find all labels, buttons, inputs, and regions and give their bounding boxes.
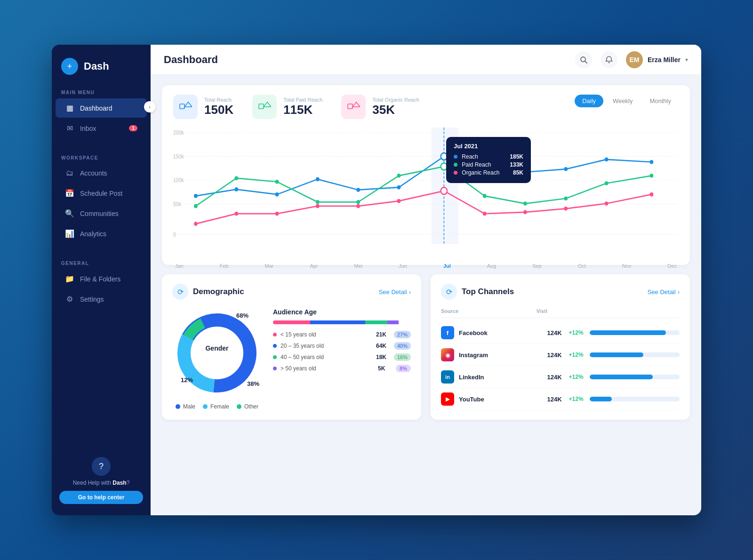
sidebar-item-label: Dashboard <box>80 104 112 112</box>
other-pct-label: 12% <box>181 376 193 384</box>
svg-point-23 <box>316 177 320 182</box>
main-content: Dashboard EM Erza Miller <box>151 45 701 515</box>
sidebar-item-inbox[interactable]: ✉ Inbox 1 <box>56 119 147 138</box>
stat-icon-paid <box>252 95 277 119</box>
youtube-value: 124K <box>547 396 565 403</box>
age-pct-0: 27% <box>394 331 411 338</box>
linkedin-bar <box>590 375 653 379</box>
user-menu[interactable]: EM Erza Miller ▾ <box>626 51 688 68</box>
svg-text:150k: 150k <box>173 153 184 160</box>
age-dot-1 <box>273 344 277 348</box>
sidebar-collapse-button[interactable]: ‹ <box>144 101 155 112</box>
stat-value: 150K <box>204 103 233 117</box>
demographic-title: Demographic <box>193 287 244 296</box>
svg-text:Gender: Gender <box>205 344 229 352</box>
svg-point-52 <box>523 210 527 215</box>
svg-point-37 <box>397 174 401 178</box>
chart-stats-row: Total Reach 150K Total Paid Reach <box>173 95 679 119</box>
logo-icon: + <box>61 58 78 75</box>
bottom-section: ⟳ Demographic See Detail › <box>162 274 690 420</box>
facebook-visit: 124K +12% <box>547 329 680 336</box>
facebook-bar-wrap <box>590 330 680 335</box>
sidebar-item-accounts[interactable]: 🗂 Accounts <box>56 164 147 183</box>
chart-card: Total Reach 150K Total Paid Reach <box>162 85 690 265</box>
sidebar-item-communities[interactable]: 🔍 Communities <box>56 204 147 223</box>
help-button[interactable]: Go to help center <box>59 491 143 504</box>
svg-line-1 <box>585 61 587 63</box>
svg-marker-7 <box>352 102 360 107</box>
period-monthly[interactable]: Monthly <box>642 95 679 107</box>
gender-donut: Gender 68% 38% 12% <box>172 308 262 398</box>
sidebar-item-settings[interactable]: ⚙ Settings <box>56 289 147 309</box>
age-row-1: 20 – 35 years old 64K 40% <box>273 342 411 350</box>
demographic-content: Gender 68% 38% 12% Male <box>172 308 411 410</box>
line-chart: 200k 150k 100k 50k 0 <box>173 128 679 259</box>
search-icon <box>580 56 587 64</box>
age-title: Audience Age <box>273 308 411 316</box>
sidebar-item-schedule[interactable]: 📅 Schedule Post <box>56 184 147 203</box>
youtube-growth: +12% <box>569 396 586 402</box>
period-daily[interactable]: Daily <box>575 95 603 107</box>
bell-icon <box>605 56 613 64</box>
stat-paid-reach: Total Paid Reach 115K <box>252 95 322 119</box>
channels-see-detail[interactable]: See Detail › <box>648 288 680 296</box>
facebook-bar <box>590 330 666 335</box>
facebook-growth: +12% <box>569 329 586 336</box>
instagram-growth: +12% <box>569 352 586 358</box>
channels-table-header: Source Visit <box>441 308 680 318</box>
content-area: Total Reach 150K Total Paid Reach <box>151 75 701 515</box>
svg-point-35 <box>316 200 320 204</box>
topbar-actions: EM Erza Miller ▾ <box>575 51 688 68</box>
age-bar-group <box>273 320 411 324</box>
age-label-1: 20 – 35 years old <box>280 343 372 349</box>
reach-symbol <box>179 100 192 113</box>
col-visit: Visit <box>537 308 680 314</box>
search-button[interactable] <box>575 51 592 68</box>
demographic-see-detail[interactable]: See Detail › <box>379 288 411 296</box>
page-title: Dashboard <box>164 54 575 66</box>
analytics-icon: 📊 <box>65 229 74 238</box>
notifications-button[interactable] <box>601 51 617 68</box>
age-section: Audience Age < 15 years old <box>273 308 411 410</box>
stat-total-reach: Total Reach 150K <box>173 95 233 119</box>
age-bar-2035 <box>310 320 365 324</box>
youtube-bar-wrap <box>590 397 680 401</box>
svg-rect-4 <box>259 104 264 109</box>
svg-point-36 <box>356 200 360 204</box>
svg-point-48 <box>356 204 360 208</box>
stat-icon-reach <box>173 95 198 119</box>
sidebar-item-analytics[interactable]: 📊 Analytics <box>56 224 147 243</box>
age-bar-under15 <box>273 320 310 324</box>
male-dot <box>176 404 180 409</box>
svg-rect-6 <box>348 104 352 109</box>
logo[interactable]: + Dash <box>52 45 151 86</box>
demographic-header: ⟳ Demographic See Detail › <box>172 284 411 300</box>
sidebar-item-label: Communities <box>80 210 119 217</box>
svg-point-54 <box>605 201 609 206</box>
stat-organic-reach: Total Organic Reach 35K <box>341 95 419 119</box>
sidebar-item-dashboard[interactable]: ▦ Dashboard <box>56 98 147 118</box>
svg-rect-18 <box>432 128 459 244</box>
svg-text:200k: 200k <box>173 130 184 136</box>
stat-label: Total Paid Reach <box>283 97 322 103</box>
channel-row-facebook: f Facebook 124K +12% <box>441 322 680 344</box>
avatar: EM <box>626 51 643 68</box>
accounts-icon: 🗂 <box>65 169 74 177</box>
stat-icon-organic <box>341 95 366 119</box>
schedule-icon: 📅 <box>65 189 74 198</box>
period-weekly[interactable]: Weekly <box>605 95 640 107</box>
sidebar-item-files[interactable]: 📁 File & Folders <box>56 269 147 288</box>
svg-text:100k: 100k <box>173 177 184 184</box>
youtube-icon: ▶ <box>441 392 454 406</box>
svg-point-45 <box>234 212 238 216</box>
inbox-icon: ✉ <box>65 124 74 133</box>
top-channels-card: ⟳ Top Channels See Detail › Source Visit <box>431 274 690 420</box>
legend-female: Female <box>203 403 229 410</box>
svg-point-40 <box>523 201 527 206</box>
channel-row-instagram: ◉ Instagram 124K +12% <box>441 344 680 366</box>
facebook-icon: f <box>441 326 454 339</box>
channel-name-instagram: Instagram <box>459 352 547 359</box>
settings-icon: ⚙ <box>65 295 74 304</box>
svg-text:50k: 50k <box>173 201 181 207</box>
age-pct-3: 8% <box>396 365 411 372</box>
